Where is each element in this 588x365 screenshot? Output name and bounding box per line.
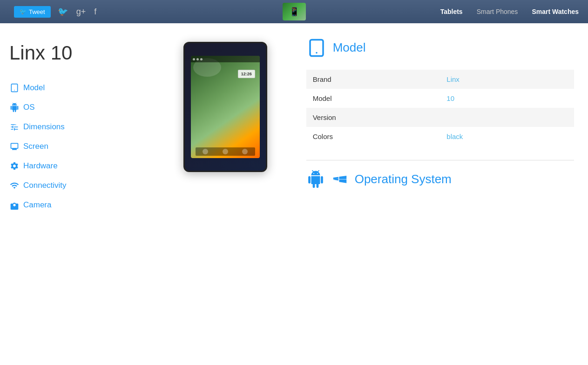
nav-smartwatches[interactable]: Smart Watches bbox=[532, 8, 579, 15]
googleplus-icon[interactable]: g+ bbox=[76, 7, 86, 17]
twitter-icon[interactable]: 🐦 bbox=[58, 7, 68, 17]
model-value: 10 bbox=[440, 89, 574, 108]
model-section-title: Model bbox=[333, 40, 366, 55]
version-value bbox=[440, 108, 574, 127]
tablet-nav-bar bbox=[196, 147, 255, 156]
sidebar-item-screen[interactable]: Screen bbox=[9, 137, 149, 156]
nav-btn-2 bbox=[223, 149, 228, 154]
sidebar-nav: Model OS Dimensions Screen bbox=[9, 78, 149, 215]
android-icon bbox=[9, 102, 20, 113]
svg-point-3 bbox=[316, 52, 318, 53]
content-area: Model Brand Linx Model 10 Version Colors… bbox=[292, 23, 588, 224]
social-icons: 🐦 g+ f bbox=[58, 7, 97, 17]
table-row: Colors black bbox=[306, 127, 574, 146]
screen-icon bbox=[9, 141, 20, 152]
connectivity-icon bbox=[9, 180, 20, 191]
os-section-title: Operating System bbox=[355, 172, 452, 186]
model-section-header: Model bbox=[306, 37, 574, 60]
site-logo bbox=[283, 3, 306, 20]
sidebar-item-connectivity[interactable]: Connectivity bbox=[9, 176, 149, 195]
facebook-icon[interactable]: f bbox=[94, 7, 96, 17]
nav-btn-3 bbox=[242, 149, 248, 154]
brand-label: Brand bbox=[306, 70, 440, 89]
os-android-icon bbox=[306, 170, 325, 188]
dimensions-icon bbox=[9, 122, 20, 132]
status-indicator-2 bbox=[196, 58, 199, 60]
sidebar-item-model[interactable]: Model bbox=[9, 78, 149, 98]
hardware-icon bbox=[9, 161, 20, 171]
tablet-status-bar bbox=[191, 56, 260, 62]
colors-value: black bbox=[440, 127, 574, 146]
sidebar-item-dimensions[interactable]: Dimensions bbox=[9, 117, 149, 137]
version-label: Version bbox=[306, 108, 440, 127]
tweet-label: Tweet bbox=[29, 8, 45, 15]
page-title: Linx 10 bbox=[9, 42, 149, 64]
nav-btn-1 bbox=[203, 149, 208, 154]
sidebar-item-camera[interactable]: Camera bbox=[9, 195, 149, 215]
status-indicator bbox=[193, 58, 195, 60]
sidebar: Linx 10 Model OS Dimensions bbox=[0, 23, 158, 224]
table-row: Version bbox=[306, 108, 574, 127]
os-section-header: Operating System bbox=[306, 170, 574, 188]
tweet-button[interactable]: Tweet bbox=[14, 6, 51, 18]
nav-tablets[interactable]: Tablets bbox=[440, 8, 463, 15]
table-row: Brand Linx bbox=[306, 70, 574, 89]
model-table: Brand Linx Model 10 Version Colors black bbox=[306, 70, 574, 146]
tablet-screen: 12:26 bbox=[191, 56, 260, 158]
sidebar-label-camera: Camera bbox=[23, 200, 51, 210]
tablet-image: 12:26 bbox=[183, 42, 267, 172]
model-label: Model bbox=[306, 89, 440, 108]
table-row: Model 10 bbox=[306, 89, 574, 108]
sidebar-label-dimensions: Dimensions bbox=[23, 122, 65, 132]
status-indicator-3 bbox=[200, 58, 203, 60]
tablet-clock: 12:26 bbox=[238, 70, 255, 78]
sidebar-label-os: OS bbox=[23, 103, 35, 112]
header: Tweet 🐦 g+ f Tablets Smart Phones Smart … bbox=[0, 0, 588, 23]
tablet-icon bbox=[9, 83, 20, 93]
nav-smartphones[interactable]: Smart Phones bbox=[477, 8, 518, 15]
colors-label: Colors bbox=[306, 127, 440, 146]
header-nav: Tablets Smart Phones Smart Watches bbox=[440, 8, 579, 15]
sidebar-label-screen: Screen bbox=[23, 142, 48, 151]
tablet-image-area: 12:26 bbox=[158, 23, 292, 224]
model-section-icon bbox=[306, 37, 327, 58]
main-content: Linx 10 Model OS Dimensions bbox=[0, 23, 588, 224]
brand-value: Linx bbox=[440, 70, 574, 89]
section-divider bbox=[306, 160, 574, 160]
sidebar-label-connectivity: Connectivity bbox=[23, 181, 67, 190]
sidebar-label-model: Model bbox=[23, 83, 45, 93]
camera-icon bbox=[9, 200, 20, 210]
logo-image bbox=[283, 3, 306, 20]
sidebar-item-hardware[interactable]: Hardware bbox=[9, 156, 149, 176]
sidebar-label-hardware: Hardware bbox=[23, 161, 58, 171]
sidebar-item-os[interactable]: OS bbox=[9, 98, 149, 117]
os-windows-icon bbox=[331, 170, 349, 188]
